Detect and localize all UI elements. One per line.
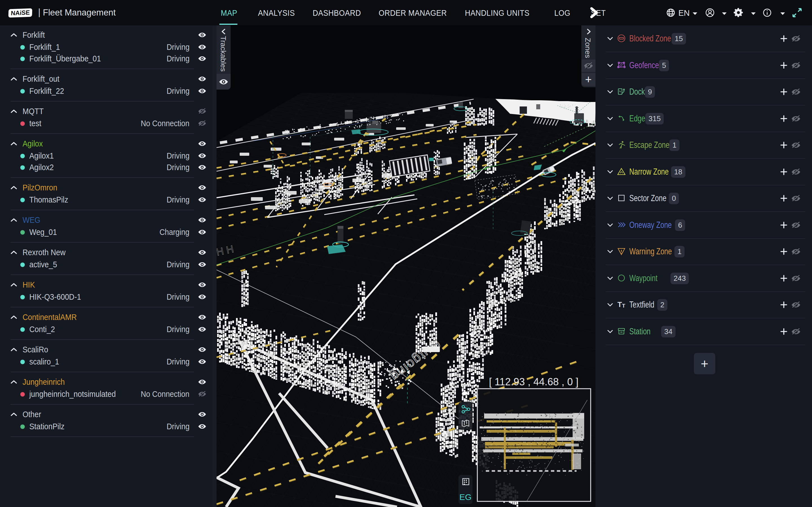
svg-text:T: T <box>622 303 625 309</box>
svg-text:EG: EG <box>459 492 471 502</box>
svg-text:[ 112.93 , 44.68 , 0 ]: [ 112.93 , 44.68 , 0 ] <box>489 376 578 388</box>
svg-text:T: T <box>617 300 622 309</box>
